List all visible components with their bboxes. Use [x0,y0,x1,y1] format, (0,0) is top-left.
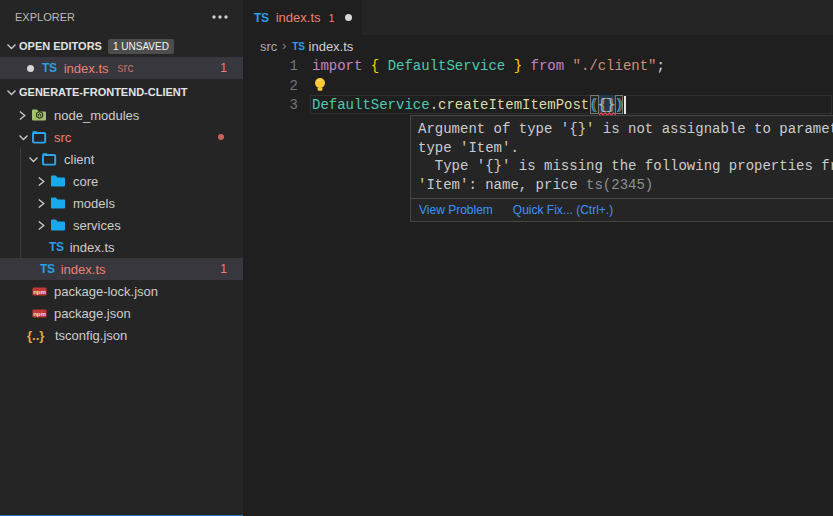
svg-text:npm: npm [33,288,46,294]
svg-text:npm: npm [33,310,46,316]
